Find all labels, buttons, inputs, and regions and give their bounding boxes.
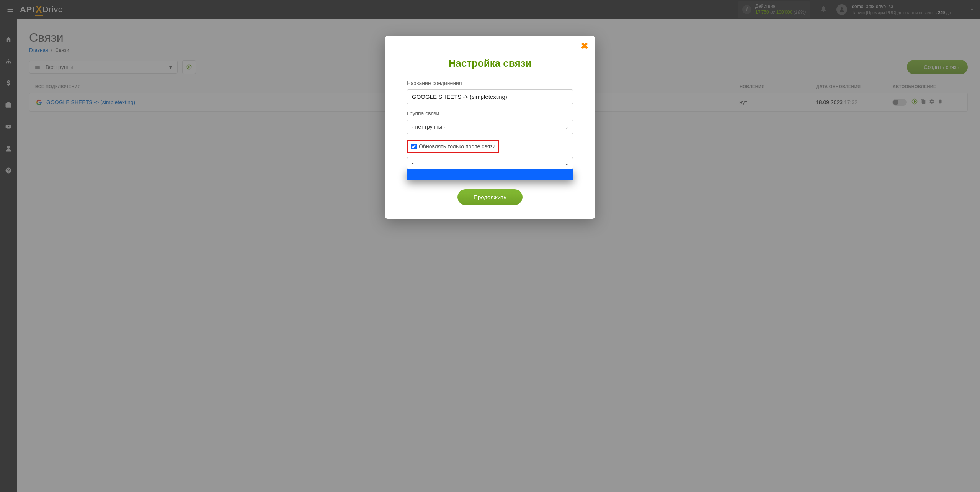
update-after-connection-label: Обновлять только после связи: [419, 143, 495, 149]
continue-button[interactable]: Продолжить: [457, 189, 523, 205]
modal-title: Настройка связи: [407, 57, 573, 69]
chevron-down-icon: ⌄: [565, 124, 569, 130]
close-icon[interactable]: ✖: [581, 41, 588, 51]
connection-name-label: Название соединения: [407, 80, 573, 86]
depends-on-value: -: [412, 160, 414, 166]
depends-on-select[interactable]: - ⌄: [407, 157, 573, 169]
update-after-connection-checkbox[interactable]: [411, 144, 416, 149]
chevron-down-icon: ⌄: [565, 161, 569, 166]
connection-name-input[interactable]: [407, 89, 573, 104]
continue-button-label: Продолжить: [474, 194, 506, 200]
depends-on-dropdown-option[interactable]: -: [407, 169, 573, 180]
update-after-connection-checkbox-highlight: Обновлять только после связи: [407, 140, 499, 153]
form-group-group: Группа связи - нет группы - ⌄: [407, 110, 573, 134]
connection-group-select[interactable]: - нет группы - ⌄: [407, 120, 573, 134]
dropdown-option-label: -: [412, 172, 413, 178]
form-group-name: Название соединения: [407, 80, 573, 104]
connection-settings-modal: ✖ Настройка связи Название соединения Гр…: [385, 36, 595, 219]
connection-group-label: Группа связи: [407, 110, 573, 116]
connection-group-value: - нет группы -: [407, 120, 573, 134]
